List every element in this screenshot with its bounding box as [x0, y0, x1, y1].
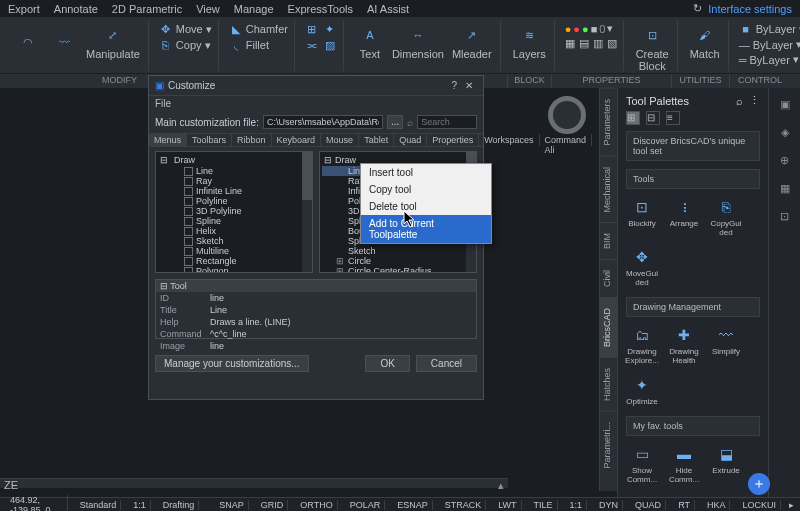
left-tree-item[interactable]: Multiline: [158, 246, 310, 256]
tool-simplify[interactable]: 〰Simplify: [710, 325, 742, 365]
layer-prop-2[interactable]: ●: [573, 23, 580, 35]
left-tree-item[interactable]: Sketch: [158, 236, 310, 246]
file-menu[interactable]: File: [149, 96, 483, 111]
scrollbar[interactable]: [302, 152, 312, 272]
tool-drawing-health[interactable]: ✚Drawing Health: [668, 325, 700, 365]
history-icon[interactable]: ↻: [693, 2, 702, 15]
polyline-tool[interactable]: 〰: [48, 29, 80, 55]
search-input[interactable]: [417, 115, 477, 129]
left-tree-item[interactable]: Line: [158, 166, 310, 176]
manipulate-tool[interactable]: ⤢Manipulate: [84, 22, 142, 62]
tool-hide-commands[interactable]: ▬Hide Comm...: [668, 444, 700, 484]
tool-extrude[interactable]: ⬓Extrude: [710, 444, 742, 484]
layer-prop-1[interactable]: ●: [565, 23, 572, 35]
text-tool[interactable]: AText: [354, 22, 386, 62]
strip-icon-3[interactable]: ⊕: [777, 152, 793, 168]
strip-icon-5[interactable]: ⊡: [777, 208, 793, 224]
close-icon[interactable]: ✕: [461, 80, 477, 91]
tool-drawing-explorer[interactable]: 🗂Drawing Explore...: [626, 325, 658, 365]
status-snap[interactable]: SNAP: [215, 500, 249, 510]
layer-dropdown[interactable]: ▾: [607, 22, 613, 35]
status-drafting[interactable]: Drafting: [159, 500, 200, 510]
layer-icon-1[interactable]: ▦: [565, 37, 575, 50]
status-expand-icon[interactable]: ▸: [789, 500, 794, 510]
view-list-icon[interactable]: ≡: [666, 111, 680, 125]
add-fab-button[interactable]: ＋: [748, 473, 770, 495]
status-lockui[interactable]: LOCKUI: [738, 500, 781, 510]
menu-view[interactable]: View: [196, 3, 220, 15]
palette-tab-mechanical[interactable]: Mechanical: [600, 156, 617, 223]
layer-prop-3[interactable]: ●: [582, 23, 589, 35]
discover-banner[interactable]: Discover BricsCAD's unique tool set: [626, 131, 760, 161]
tab-toolbars[interactable]: Toolbars: [187, 134, 232, 146]
dimension-tool[interactable]: ↔Dimension: [390, 22, 446, 62]
left-tree-item[interactable]: Polygon: [158, 266, 310, 273]
tab-command-aliases[interactable]: Command Ali: [540, 134, 593, 146]
collapse-icon[interactable]: ⊟: [159, 155, 168, 165]
status-1to1[interactable]: 1:1: [566, 500, 588, 510]
bylayer-lineweight[interactable]: ═ByLayer▾: [739, 53, 800, 66]
tab-tablet[interactable]: Tablet: [359, 134, 394, 146]
hatch-tool[interactable]: ▨: [323, 38, 337, 52]
context-delete-tool[interactable]: Delete tool: [361, 198, 491, 215]
palette-tab-parameters[interactable]: Parameters: [600, 88, 617, 156]
tool-blockify[interactable]: ⊡Blockify: [626, 197, 658, 237]
align-tool[interactable]: ⫘: [305, 38, 319, 52]
fillet-tool[interactable]: ◟Fillet: [229, 38, 288, 52]
help-icon[interactable]: ?: [447, 80, 461, 91]
status-hka[interactable]: HKA: [703, 500, 731, 510]
menu-ai-assist[interactable]: AI Assist: [367, 3, 409, 15]
interface-settings-link[interactable]: Interface settings: [708, 3, 792, 15]
collapse-icon[interactable]: ⊟: [160, 281, 168, 291]
search-icon[interactable]: ⌕: [736, 95, 743, 107]
menu-express-tools[interactable]: ExpressTools: [288, 3, 353, 15]
status-standard[interactable]: Standard: [76, 500, 122, 510]
path-input[interactable]: [263, 115, 383, 129]
collapse-icon[interactable]: ⊟: [323, 155, 332, 165]
status-tile[interactable]: TILE: [530, 500, 558, 510]
palette-tab-bim[interactable]: BIM: [600, 222, 617, 259]
cancel-button[interactable]: Cancel: [416, 355, 477, 372]
create-block-tool[interactable]: ⊡Create Block: [634, 22, 671, 74]
left-tree-item[interactable]: Infinite Line: [158, 186, 310, 196]
copy-tool[interactable]: ⎘Copy▾: [159, 38, 212, 52]
tool-optimize[interactable]: ✦Optimize: [626, 375, 658, 406]
left-tree-item[interactable]: 3D Polyline: [158, 206, 310, 216]
view-grid-large-icon[interactable]: ⊞: [626, 111, 640, 125]
ok-button[interactable]: OK: [365, 355, 409, 372]
status-polar[interactable]: POLAR: [346, 500, 386, 510]
status-dyn[interactable]: DYN: [595, 500, 623, 510]
left-tree-item[interactable]: Polyline: [158, 196, 310, 206]
manage-customizations-button[interactable]: Manage your customizations...: [155, 355, 309, 372]
palette-tab-bricscad[interactable]: BricsCAD: [600, 297, 617, 357]
menu-manage[interactable]: Manage: [234, 3, 274, 15]
tool-copy-guided[interactable]: ⎘CopyGui ded: [710, 197, 742, 237]
tab-properties[interactable]: Properties: [427, 134, 479, 146]
tab-ribbon[interactable]: Ribbon: [232, 134, 272, 146]
strip-icon-2[interactable]: ◈: [777, 124, 793, 140]
left-tree-item[interactable]: Ray: [158, 176, 310, 186]
tab-quad[interactable]: Quad: [394, 134, 427, 146]
strip-icon-4[interactable]: ▦: [777, 180, 793, 196]
mleader-tool[interactable]: ↗Mleader: [450, 22, 494, 62]
tab-workspaces[interactable]: Workspaces: [479, 134, 539, 146]
strip-icon-1[interactable]: ▣: [777, 96, 793, 112]
status-quad[interactable]: QUAD: [631, 500, 666, 510]
view-compass[interactable]: [548, 96, 586, 134]
palette-tab-civil[interactable]: Civil: [600, 259, 617, 297]
menu-icon[interactable]: ⋮: [749, 94, 760, 107]
explode-tool[interactable]: ✦: [323, 22, 337, 36]
arc-tool[interactable]: ◠: [12, 29, 44, 55]
palette-tab-hatches[interactable]: Hatches: [600, 357, 617, 411]
layer-icon-2[interactable]: ▤: [579, 37, 589, 50]
layer-prop-4[interactable]: ■: [591, 23, 598, 35]
browse-button[interactable]: ...: [387, 115, 403, 129]
tool-move-guided[interactable]: ✥MoveGui ded: [626, 247, 658, 287]
menu-2d-parametric[interactable]: 2D Parametric: [112, 3, 182, 15]
right-tree-item[interactable]: ⊞Circle Center-Radius: [322, 266, 474, 273]
left-tree-item[interactable]: Spline: [158, 216, 310, 226]
match-tool[interactable]: 🖌Match: [688, 22, 722, 62]
status-lwt[interactable]: LWT: [494, 500, 521, 510]
view-grid-small-icon[interactable]: ⊟: [646, 111, 660, 125]
tool-show-commands[interactable]: ▭Show Comm...: [626, 444, 658, 484]
